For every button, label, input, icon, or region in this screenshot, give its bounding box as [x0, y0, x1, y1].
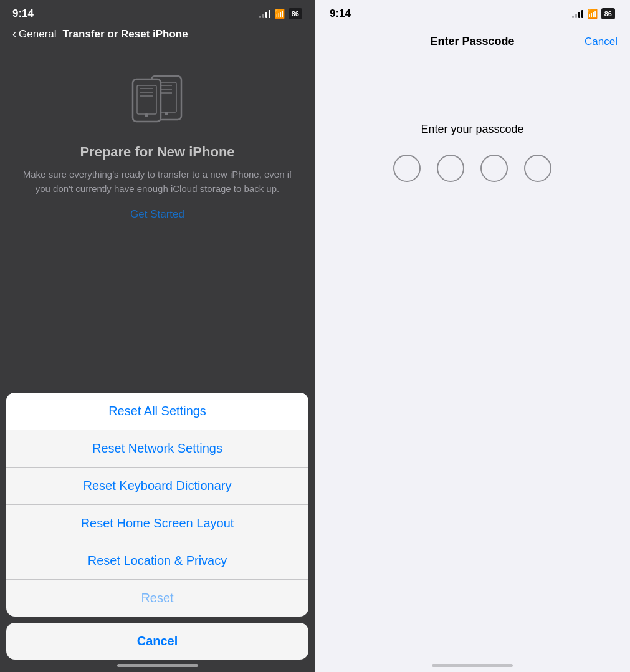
passcode-content: Enter your passcode [315, 60, 630, 672]
left-battery-icon: 86 [289, 8, 302, 19]
passcode-cancel-button[interactable]: Cancel [585, 36, 618, 48]
left-back-chevron-icon: ‹ [12, 27, 16, 41]
action-reset-keyboard-dictionary[interactable]: Reset Keyboard Dictionary [6, 468, 308, 505]
left-home-indicator [117, 664, 198, 667]
left-time: 9:14 [12, 7, 34, 20]
passcode-dot-3 [480, 155, 508, 182]
passcode-dot-1 [393, 155, 421, 182]
left-status-icons: 📶 86 [259, 8, 302, 19]
svg-point-5 [165, 112, 168, 115]
action-reset-network-settings[interactable]: Reset Network Settings [6, 430, 308, 468]
svg-point-11 [145, 113, 148, 117]
left-nav-title: Transfer or Reset iPhone [62, 28, 188, 41]
right-time: 9:14 [330, 7, 351, 20]
get-started-button[interactable]: Get Started [130, 208, 184, 221]
action-reset-all-settings[interactable]: Reset All Settings [6, 393, 308, 430]
right-panel: 9:14 📶 86 Enter Passcode Cancel Enter yo… [315, 0, 630, 672]
left-signal-icon [259, 9, 270, 18]
right-status-icons: 📶 86 [572, 8, 615, 19]
passcode-dot-2 [437, 155, 464, 182]
right-signal-icon [572, 9, 583, 18]
action-sheet-cancel-button[interactable]: Cancel [6, 623, 308, 660]
action-sheet: Reset All Settings Reset Network Setting… [6, 393, 308, 617]
left-wifi-icon: 📶 [274, 9, 285, 19]
left-status-bar: 9:14 📶 86 [0, 0, 315, 25]
left-back-label[interactable]: General [19, 28, 56, 41]
prepare-title: Prepare for New iPhone [80, 144, 234, 160]
right-status-bar: 9:14 📶 86 [315, 0, 630, 25]
left-panel: 9:14 📶 86 ‹ General Transfer or Reset iP… [0, 0, 315, 672]
left-nav-back[interactable]: ‹ General [12, 27, 56, 41]
action-sheet-container: Reset All Settings Reset Network Setting… [0, 393, 315, 672]
phone-transfer-icon [130, 67, 186, 132]
action-reset[interactable]: Reset [6, 580, 308, 617]
passcode-prompt: Enter your passcode [421, 123, 523, 136]
right-home-indicator [432, 664, 513, 667]
right-battery-icon: 86 [601, 8, 615, 19]
left-nav-bar: ‹ General Transfer or Reset iPhone [0, 25, 315, 48]
passcode-dots [393, 155, 551, 182]
passcode-title: Enter Passcode [430, 35, 514, 48]
passcode-dot-4 [524, 155, 551, 182]
passcode-header: Enter Passcode Cancel [315, 25, 630, 60]
right-wifi-icon: 📶 [587, 9, 598, 19]
action-reset-home-screen-layout[interactable]: Reset Home Screen Layout [6, 505, 308, 542]
action-reset-location-privacy[interactable]: Reset Location & Privacy [6, 542, 308, 580]
prepare-desc: Make sure everything's ready to transfer… [19, 168, 296, 196]
